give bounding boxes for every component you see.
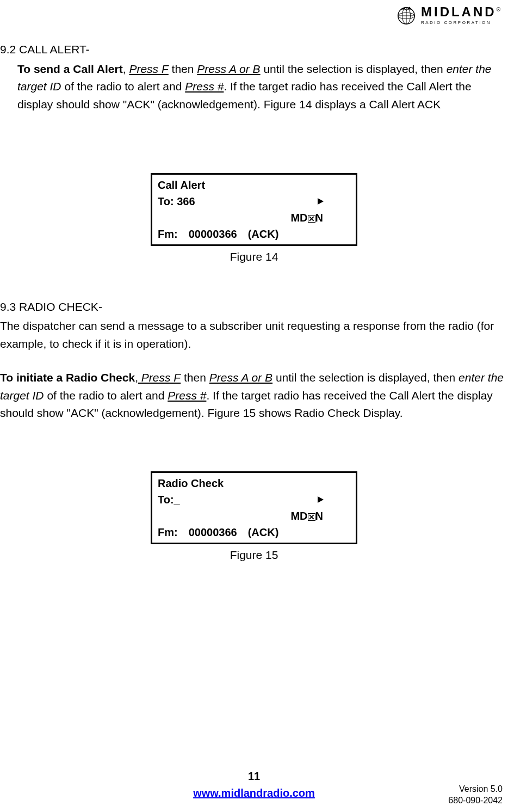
brand-name: MIDLAND® [421,5,503,19]
footer-link[interactable]: www.midlandradio.com [193,787,315,799]
version-text: Version 5.0 [448,784,503,795]
press-hash: Press # [185,80,224,93]
display-title-2: Radio Check [158,475,350,491]
logo: MIDLAND® RADIO CORPORATION [396,5,503,26]
play-icon [317,193,324,210]
display-fm: Fm: 00000366 (ACK) [158,226,350,242]
display-md-2: MD✕N [290,508,323,524]
section-9-3-heading: 9.3 RADIO CHECK- [0,298,508,316]
press-f-2: Press F [138,371,181,384]
footer: 11 www.midlandradio.com [0,768,508,802]
press-hash-2: Press # [168,389,206,402]
radio-check-lead: To initiate a Radio Check [0,371,135,384]
display-to-2: To:_ [158,491,180,508]
footer-meta: Version 5.0 680-090-2042 [448,784,503,807]
document-number: 680-090-2042 [448,795,503,807]
press-a-or-b-2: Press A or B [209,371,272,384]
press-a-or-b: Press A or B [197,63,260,75]
figure-14-display: Call Alert To: 366 MD✕N Fm: 00000366 (AC… [151,173,357,246]
logo-text: MIDLAND® RADIO CORPORATION [421,5,503,26]
display-fm-2: Fm: 00000366 (ACK) [158,524,350,540]
display-md: MD✕N [290,210,323,226]
figure-15-caption: Figure 15 [0,546,508,564]
figure-15-display: Radio Check To:_ MD✕N Fm: 00000366 (ACK) [151,471,357,544]
figure-14-caption: Figure 14 [0,248,508,266]
svg-marker-5 [318,198,324,205]
page-number: 11 [0,768,508,784]
display-to: To: 366 [158,193,195,210]
play-icon-2 [317,491,324,508]
section-9-3-body: To initiate a Radio Check, Press F then … [0,369,508,422]
brand-subtitle: RADIO CORPORATION [421,20,503,26]
svg-marker-6 [318,496,324,503]
section-9-3-intro: The dispatcher can send a message to a s… [0,317,508,353]
press-f: Press F [129,63,168,75]
call-alert-lead: To send a Call Alert [17,63,123,75]
display-title: Call Alert [158,177,350,193]
section-9-2-body: To send a Call Alert, Press F then Press… [17,60,508,114]
globe-icon [396,5,417,26]
section-9-2-heading: 9.2 CALL ALERT- [0,41,508,58]
